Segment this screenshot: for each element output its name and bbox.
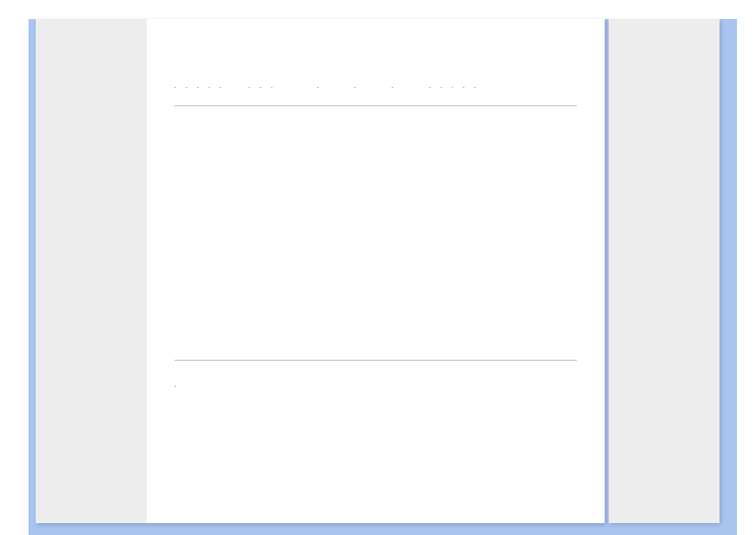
document-heading: - - - - - - - - - - - - - - - - bbox=[174, 84, 577, 90]
page-left-sidebar bbox=[36, 19, 147, 523]
page-content-area: - - - - - - - - - - - - - - - - - bbox=[158, 19, 593, 523]
document-footer-mark: - bbox=[174, 383, 577, 388]
document-page[interactable]: - - - - - - - - - - - - - - - - - bbox=[36, 19, 605, 523]
divider-bottom bbox=[174, 360, 577, 361]
page-right-sidebar bbox=[609, 19, 720, 523]
divider-top bbox=[174, 105, 577, 106]
